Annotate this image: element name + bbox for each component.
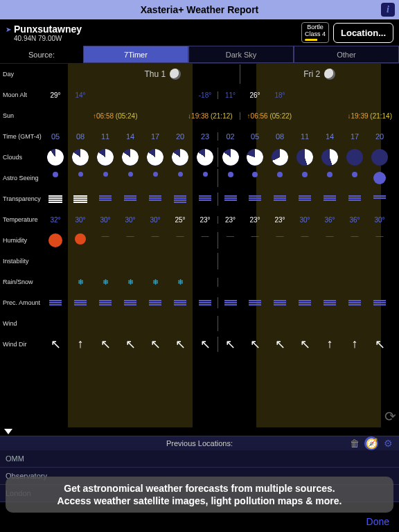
- winddir-cells: ↖↑↖↖↖↖↖ ↖↖↖↖↑↑↖: [43, 337, 399, 352]
- moon-icon: [324, 69, 335, 80]
- row-moonalt: Moon Alt: [0, 91, 43, 98]
- temp-cells: 32°30°30°30°30°25°23° 23°23°23°30°36°36°…: [43, 216, 399, 224]
- globe-icon[interactable]: 🧭: [364, 436, 378, 450]
- location-button[interactable]: Location...: [333, 23, 393, 43]
- row-transparency: Transparency: [0, 195, 43, 202]
- prev-item[interactable]: OMM: [0, 450, 399, 468]
- location-arrow-icon: ➤: [6, 26, 11, 33]
- day-header-1: Thu 1: [86, 64, 240, 84]
- cloud-cells: [43, 148, 399, 167]
- row-instability: Instability: [0, 258, 43, 265]
- source-tabs: Source: 7Timer Dark Sky Other: [0, 46, 399, 64]
- row-rain: Rain/Snow: [0, 278, 43, 285]
- location-name: Punxsutawney: [14, 24, 82, 35]
- time-cells: 05081114172023 02050811141720: [43, 132, 399, 141]
- hum-cells: ————— ———————: [43, 232, 399, 249]
- location-header: ➤ Punxsutawney 40.94N 79.00W Bortle Clas…: [0, 19, 399, 46]
- collapse-icon[interactable]: [4, 429, 12, 434]
- app-title: Xasteria+ Weather Report: [141, 4, 259, 15]
- row-time: Time (GMT-4): [0, 133, 43, 140]
- bortle-badge[interactable]: Bortle Class 4: [301, 22, 329, 44]
- row-humidity: Humidity: [0, 237, 43, 244]
- row-temp: Temperature: [0, 216, 43, 223]
- seeing-cells: [43, 169, 399, 187]
- moonalt-cells: 29°14°-18° 11°26°18°: [43, 91, 399, 99]
- row-prec: Prec. Amount: [0, 299, 43, 306]
- gear-icon[interactable]: ⚙: [381, 436, 395, 450]
- location-coords: 40.94N 79.00W: [14, 35, 82, 42]
- rain-cells: ❄❄❄❄❄: [43, 278, 399, 287]
- tab-darksky[interactable]: Dark Sky: [188, 46, 294, 63]
- row-winddir: Wind Dir: [0, 341, 43, 348]
- trash-icon[interactable]: 🗑: [348, 436, 362, 450]
- titlebar: Xasteria+ Weather Report i: [0, 0, 399, 19]
- refresh-icon[interactable]: ⟳: [384, 408, 396, 425]
- sun-day1: ↑06:58 (05:24)↓19:38 (21:12): [86, 112, 240, 120]
- sun-day2: ↑06:56 (05:22)↓19:39 (21:14): [240, 112, 399, 120]
- trans-cells: [43, 193, 399, 206]
- source-label: Source:: [0, 46, 83, 63]
- day-header-2: Fri 2: [240, 64, 399, 84]
- tab-other[interactable]: Other: [294, 46, 399, 63]
- row-wind: Wind: [0, 320, 43, 327]
- row-day: Day: [0, 71, 43, 78]
- row-clouds: Clouds: [0, 154, 43, 161]
- row-seeing: Astro Seeing: [0, 175, 43, 181]
- promo-caption: Get astronomical weather forecasts from …: [6, 477, 393, 513]
- prec-cells: [43, 297, 399, 308]
- info-button[interactable]: i: [381, 3, 395, 17]
- prev-loc-title: Previous Locations:: [166, 439, 233, 447]
- forecast-grid[interactable]: Day Thu 1 Fri 2 Moon Alt 29°14°-18° 11°2…: [0, 64, 399, 427]
- done-button[interactable]: Done: [366, 516, 389, 527]
- row-sun: Sun: [0, 112, 43, 119]
- moon-icon: [170, 69, 181, 80]
- tab-7timer[interactable]: 7Timer: [83, 46, 188, 63]
